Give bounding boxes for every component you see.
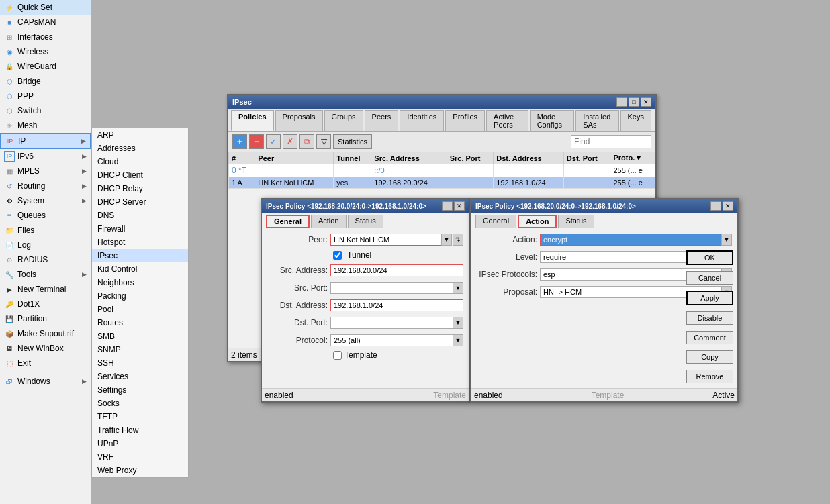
sidebar-item-radius[interactable]: ⊙ RADIUS — [0, 252, 91, 267]
comment-button[interactable]: Comment — [686, 331, 733, 344]
protocol-arrow[interactable]: ▼ — [453, 334, 463, 346]
sidebar-item-capsman[interactable]: ■ CAPsMAN — [0, 15, 91, 30]
apply-button[interactable]: Apply — [686, 291, 733, 305]
copy-button[interactable]: Copy — [686, 350, 733, 364]
policy1-minimize-button[interactable]: _ — [442, 201, 453, 211]
submenu-item-socks[interactable]: Socks — [92, 397, 188, 410]
submenu-item-neighbors[interactable]: Neighbors — [92, 276, 188, 289]
sidebar-item-ppp[interactable]: ⬡ PPP — [0, 89, 91, 103]
peer-dropdown-arrow[interactable]: ▼ — [441, 234, 452, 246]
table-row[interactable]: 1 A HN Ket Noi HCM yes 192.168.20.0/24 1… — [229, 177, 655, 189]
disable-button[interactable]: ✗ — [283, 134, 297, 149]
submenu-item-addresses[interactable]: Addresses — [92, 142, 188, 155]
sidebar-item-bridge[interactable]: ⬡ Bridge — [0, 74, 91, 89]
peer-nav-arrow[interactable]: ⇅ — [453, 234, 463, 246]
submenu-item-cloud[interactable]: Cloud — [92, 155, 188, 168]
submenu-item-web-proxy[interactable]: Web Proxy — [92, 464, 188, 477]
remove-button[interactable]: − — [249, 134, 264, 149]
submenu-item-ipsec[interactable]: IPsec — [92, 249, 188, 262]
tab-peers[interactable]: Peers — [365, 110, 399, 131]
sidebar-item-dot1x[interactable]: 🔑 Dot1X — [0, 297, 91, 311]
sidebar-item-windows[interactable]: 🗗 Windows ▶ — [0, 374, 91, 389]
add-button[interactable]: + — [232, 134, 247, 149]
remove-button[interactable]: Remove — [686, 370, 733, 383]
sidebar-item-system[interactable]: ⚙ System ▶ — [0, 193, 91, 208]
submenu-item-smb[interactable]: SMB — [92, 330, 188, 343]
sidebar-item-tools[interactable]: 🔧 Tools ▶ — [0, 267, 91, 282]
copy-button[interactable]: ⧉ — [299, 134, 314, 149]
sidebar-item-wireless[interactable]: ◉ Wireless — [0, 44, 91, 59]
tab-active-peers[interactable]: Active Peers — [486, 110, 528, 131]
submenu-item-dhcp-client[interactable]: DHCP Client — [92, 168, 188, 182]
sidebar-item-mesh[interactable]: ✳ Mesh — [0, 118, 91, 133]
src-address-input[interactable] — [330, 264, 463, 276]
sidebar-item-ip[interactable]: IP IP ▶ — [0, 133, 91, 149]
cancel-button[interactable]: Cancel — [686, 271, 733, 285]
submenu-item-arp[interactable]: ARP — [92, 128, 188, 142]
tab-installed-sas[interactable]: Installed SAs — [575, 110, 618, 131]
policy2-tab-status[interactable]: Status — [558, 215, 594, 228]
maximize-button[interactable]: □ — [629, 97, 639, 107]
minimize-button[interactable]: _ — [616, 97, 627, 107]
disable-button[interactable]: Disable — [686, 311, 733, 325]
sidebar-item-switch[interactable]: ⬡ Switch — [0, 103, 91, 118]
policy1-tab-general[interactable]: General — [266, 215, 310, 228]
action-input[interactable] — [540, 234, 721, 246]
close-button[interactable]: ✕ — [641, 97, 651, 107]
find-input[interactable] — [571, 135, 651, 148]
submenu-item-snmp[interactable]: SNMP — [92, 343, 188, 356]
sidebar-item-ipv6[interactable]: IP IPv6 ▶ — [0, 149, 91, 164]
policy2-tab-action[interactable]: Action — [518, 215, 557, 228]
statistics-button[interactable]: Statistics — [333, 134, 372, 149]
sidebar-item-log[interactable]: 📄 Log — [0, 238, 91, 252]
submenu-item-dhcp-relay[interactable]: DHCP Relay — [92, 182, 188, 195]
src-port-input[interactable] — [330, 282, 453, 294]
sidebar-item-queues[interactable]: ≡ Queues — [0, 208, 91, 223]
tab-groups[interactable]: Groups — [324, 110, 363, 131]
submenu-item-settings[interactable]: Settings — [92, 383, 188, 397]
sidebar-item-partition[interactable]: 💾 Partition — [0, 311, 91, 326]
sidebar-item-new-winbox[interactable]: 🖥 New WinBox — [0, 341, 91, 356]
sidebar-item-make-supout[interactable]: 📦 Make Supout.rif — [0, 326, 91, 341]
policy2-close-button[interactable]: ✕ — [723, 201, 733, 211]
sidebar-item-interfaces[interactable]: ⊞ Interfaces — [0, 30, 91, 44]
sidebar-item-exit[interactable]: ⬚ Exit — [0, 356, 91, 370]
policy1-tab-status[interactable]: Status — [348, 215, 383, 228]
sidebar-item-mpls[interactable]: ▦ MPLS ▶ — [0, 164, 91, 179]
policy2-minimize-button[interactable]: _ — [710, 201, 721, 211]
submenu-item-services[interactable]: Services — [92, 370, 188, 383]
tab-mode-configs[interactable]: Mode Configs — [530, 110, 575, 131]
submenu-item-dns[interactable]: DNS — [92, 209, 188, 222]
sidebar-item-files[interactable]: 📁 Files — [0, 223, 91, 238]
submenu-item-traffic-flow[interactable]: Traffic Flow — [92, 423, 188, 437]
protocol-input[interactable] — [330, 334, 453, 346]
sidebar-item-wireguard[interactable]: 🔒 WireGuard — [0, 59, 91, 74]
template-checkbox[interactable] — [333, 351, 342, 360]
filter-button[interactable]: ▽ — [316, 134, 331, 149]
src-port-arrow[interactable]: ▼ — [453, 282, 463, 294]
submenu-item-vrf[interactable]: VRF — [92, 450, 188, 464]
dst-port-arrow[interactable]: ▼ — [453, 317, 463, 329]
enable-button[interactable]: ✓ — [266, 134, 281, 149]
policy1-tab-action[interactable]: Action — [311, 215, 347, 228]
submenu-item-tftp[interactable]: TFTP — [92, 410, 188, 423]
dst-port-input[interactable] — [330, 317, 453, 329]
policy1-close-button[interactable]: ✕ — [454, 201, 465, 211]
submenu-item-dhcp-server[interactable]: DHCP Server — [92, 195, 188, 209]
tab-profiles[interactable]: Profiles — [445, 110, 485, 131]
submenu-item-ssh[interactable]: SSH — [92, 356, 188, 370]
table-row[interactable]: 0 *T ::/0 255 (... e — [229, 164, 655, 177]
policy2-tab-general[interactable]: General — [475, 215, 516, 228]
dst-address-input[interactable] — [330, 299, 463, 311]
submenu-item-pool[interactable]: Pool — [92, 303, 188, 316]
tab-keys[interactable]: Keys — [620, 110, 651, 131]
submenu-item-upnp[interactable]: UPnP — [92, 437, 188, 450]
submenu-item-hotspot[interactable]: Hotspot — [92, 236, 188, 249]
submenu-item-kid-control[interactable]: Kid Control — [92, 262, 188, 276]
tunnel-checkbox[interactable] — [333, 251, 342, 260]
tab-proposals[interactable]: Proposals — [275, 110, 323, 131]
ok-button[interactable]: OK — [686, 250, 733, 265]
tab-identities[interactable]: Identities — [400, 110, 444, 131]
peer-input[interactable] — [330, 234, 441, 246]
submenu-item-packing[interactable]: Packing — [92, 289, 188, 303]
